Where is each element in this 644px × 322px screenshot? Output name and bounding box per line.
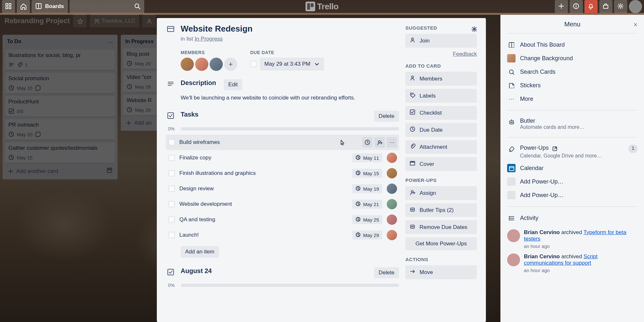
labels-button[interactable]: Labels xyxy=(405,89,477,103)
due-checkbox[interactable] xyxy=(250,61,257,67)
task-date[interactable]: May 21 xyxy=(352,200,382,209)
due-date-button[interactable]: May 29 at 3:43 PM xyxy=(260,58,324,71)
task-menu-button[interactable]: ⋯ xyxy=(387,137,397,147)
svg-point-12 xyxy=(576,5,576,5)
close-button[interactable]: × xyxy=(468,23,481,35)
add-item-button[interactable]: Add an item xyxy=(181,246,219,258)
task-checkbox[interactable] xyxy=(168,155,175,161)
task-date[interactable]: May 19 xyxy=(352,184,382,193)
menu-panel: Menu× About This Board Change Background… xyxy=(500,15,644,322)
butler-tips-button[interactable]: Butler Tips (2) xyxy=(405,203,477,217)
checklist-item[interactable]: Finish illustrations and graphicsMay 15 xyxy=(166,166,399,181)
menu-add-powerup[interactable]: Add Power-Up… xyxy=(507,188,638,202)
search-input[interactable] xyxy=(70,0,144,13)
due-date-button[interactable]: Due Date xyxy=(405,123,477,137)
user-avatar[interactable] xyxy=(629,0,642,13)
task-checkbox[interactable] xyxy=(168,232,175,238)
task-date[interactable]: May 29 xyxy=(352,231,382,240)
progress-pct: 0% xyxy=(166,283,177,288)
delete-checklist-button[interactable]: Delete xyxy=(374,267,399,278)
apps-button[interactable] xyxy=(2,0,15,13)
assign-button[interactable]: Assign xyxy=(405,186,477,200)
member-avatar[interactable] xyxy=(195,58,208,71)
checklist-item[interactable]: Website developmentMay 21 xyxy=(166,196,399,212)
attachment-button[interactable]: Attachment xyxy=(405,140,477,154)
task-assign-button[interactable] xyxy=(374,137,385,147)
menu-activity[interactable]: Activity xyxy=(507,211,638,225)
edit-desc-button[interactable]: Edit xyxy=(224,79,242,90)
tag-icon xyxy=(409,92,416,99)
activity-item: Brian Cervino archived Script communicat… xyxy=(507,253,638,273)
member-avatar[interactable] xyxy=(181,58,194,71)
checklist-item[interactable]: Design reviewMay 19 xyxy=(166,181,399,196)
menu-more[interactable]: ⋯More xyxy=(507,92,638,106)
checklist-title[interactable]: Tasks xyxy=(181,111,198,118)
robot-icon xyxy=(409,206,416,214)
feedback-link[interactable]: Feedback xyxy=(405,51,477,57)
boards-button[interactable]: Boards xyxy=(32,0,68,13)
menu-change-bg[interactable]: Change Background xyxy=(507,52,638,65)
user-icon xyxy=(409,37,416,44)
description-text[interactable]: We'll be launching a new website to coin… xyxy=(181,95,399,101)
user-avatar xyxy=(507,229,520,242)
settings-button[interactable] xyxy=(614,0,627,13)
menu-powerups[interactable]: Power-Ups1Calendar, Google Drive and mor… xyxy=(507,142,638,161)
checklist-item[interactable]: Launch!May 29 xyxy=(166,227,399,243)
menu-stickers[interactable]: Stickers xyxy=(507,79,638,92)
task-checkbox[interactable] xyxy=(168,139,175,146)
task-due-button[interactable] xyxy=(362,137,373,147)
menu-calendar[interactable]: Calendar xyxy=(507,161,638,175)
svg-rect-44 xyxy=(509,166,514,171)
task-checkbox[interactable] xyxy=(168,201,175,207)
add-member-button[interactable]: + xyxy=(224,58,237,71)
menu-close-button[interactable]: × xyxy=(633,21,638,29)
logo: Trello xyxy=(306,2,338,12)
checklist-item[interactable]: Build wireframes ⋯ xyxy=(166,135,399,150)
task-date[interactable]: May 11 xyxy=(352,153,382,162)
create-button[interactable] xyxy=(555,0,568,13)
task-avatar[interactable] xyxy=(387,214,397,225)
menu-butler[interactable]: ButlerAutomate cards and more… xyxy=(507,115,638,133)
task-avatar[interactable] xyxy=(387,230,397,240)
checklist-icon xyxy=(409,109,416,117)
checklist-button[interactable]: Checklist xyxy=(405,106,477,120)
svg-point-84 xyxy=(412,226,412,227)
list-link[interactable]: In Progress xyxy=(194,36,223,42)
butler-button[interactable] xyxy=(599,0,612,13)
menu-add-powerup[interactable]: Add Power-Up… xyxy=(507,175,638,188)
checklist-item[interactable]: QA and testingMay 25 xyxy=(166,212,399,227)
notifications-button[interactable] xyxy=(584,0,598,13)
task-date[interactable]: May 15 xyxy=(352,169,382,178)
member-avatar[interactable] xyxy=(210,58,223,71)
task-checkbox[interactable] xyxy=(168,216,175,223)
search-icon xyxy=(134,3,141,10)
task-checkbox[interactable] xyxy=(168,170,175,176)
task-date[interactable]: May 25 xyxy=(352,215,382,224)
get-more-powerups-button[interactable]: Get More Power-Ups xyxy=(405,237,477,250)
menu-about[interactable]: About This Board xyxy=(507,38,638,52)
task-avatar[interactable] xyxy=(387,184,397,194)
members-button[interactable]: Members xyxy=(405,72,477,86)
join-button[interactable]: Join xyxy=(405,34,477,48)
due-label: DUE DATE xyxy=(250,50,324,55)
remove-due-button[interactable]: Remove Due Dates xyxy=(405,220,477,234)
activity-item: Brian Cervino archived Typeform for beta… xyxy=(507,229,638,249)
checklist-item[interactable]: Finalize copyMay 11 xyxy=(166,150,399,166)
svg-point-37 xyxy=(509,70,513,74)
svg-point-85 xyxy=(413,226,413,227)
card-title[interactable]: Website Redesign xyxy=(181,24,252,34)
grid-icon xyxy=(5,3,12,10)
move-button[interactable]: Move xyxy=(405,265,477,279)
delete-checklist-button[interactable]: Delete xyxy=(374,111,399,122)
svg-point-72 xyxy=(412,94,412,95)
menu-search[interactable]: Search Cards xyxy=(507,65,638,79)
task-checkbox[interactable] xyxy=(168,185,175,192)
cover-button[interactable]: Cover xyxy=(405,157,477,171)
svg-point-71 xyxy=(412,76,413,78)
checklist-title[interactable]: August 24 xyxy=(181,267,212,275)
info-button[interactable] xyxy=(570,0,583,13)
task-avatar[interactable] xyxy=(387,168,397,178)
task-avatar[interactable] xyxy=(387,153,397,163)
task-avatar[interactable] xyxy=(387,199,397,209)
home-button[interactable] xyxy=(17,0,30,13)
